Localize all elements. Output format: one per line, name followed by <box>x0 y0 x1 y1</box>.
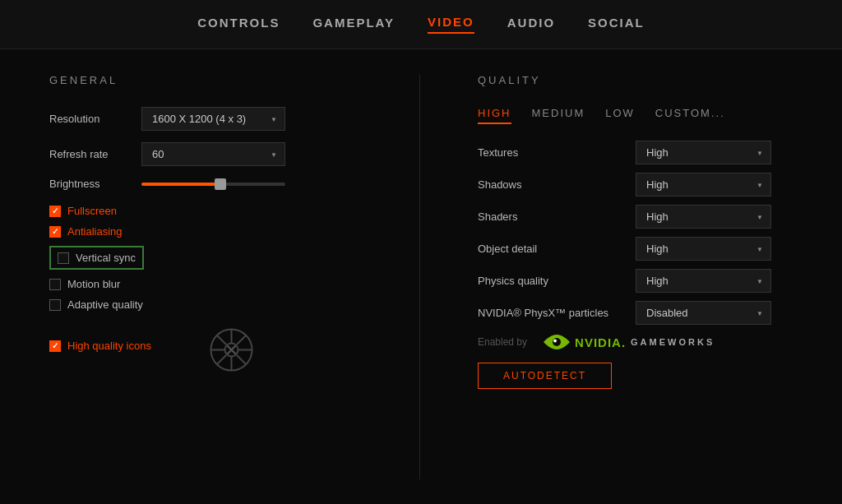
fullscreen-checkbox[interactable] <box>49 206 61 217</box>
physicsquality-select-wrapper: High <box>636 269 771 293</box>
general-panel: GENERAL Resolution 1600 X 1200 (4 x 3) R… <box>49 74 362 479</box>
shaders-select-wrapper: High <box>636 205 771 229</box>
vsync-label: Vertical sync <box>76 252 136 264</box>
quality-tabs: HIGH MEDIUM LOW CUSTOM... <box>478 107 793 124</box>
textures-select[interactable]: High <box>636 141 771 164</box>
physx-select-wrapper: Disabled <box>636 301 771 325</box>
objectdetail-label: Object detail <box>478 243 626 255</box>
brightness-slider-track[interactable] <box>141 183 285 186</box>
highquality-row-container: High quality icons <box>49 319 362 372</box>
main-content: GENERAL Resolution 1600 X 1200 (4 x 3) R… <box>0 49 842 504</box>
refresh-select[interactable]: 60 <box>141 142 285 166</box>
svg-line-9 <box>216 355 226 365</box>
nav-social[interactable]: SOCIAL <box>588 16 645 33</box>
antialiasing-label: Antialiasing <box>67 225 123 238</box>
svg-point-12 <box>553 338 561 346</box>
nav-controls[interactable]: CONTROLS <box>197 16 280 33</box>
objectdetail-select[interactable]: High <box>636 237 771 261</box>
objectdetail-select-wrapper: High <box>636 237 771 261</box>
textures-select-wrapper: High <box>636 141 771 164</box>
motionblur-row[interactable]: Motion blur <box>49 278 362 290</box>
refresh-select-wrapper: 60 <box>141 142 285 166</box>
shadows-row: Shadows High <box>478 173 793 197</box>
general-title: GENERAL <box>49 74 362 86</box>
svg-point-13 <box>553 340 557 343</box>
physicsquality-label: Physics quality <box>478 275 626 287</box>
antialiasing-checkbox[interactable] <box>49 226 61 238</box>
nav-audio[interactable]: AUDIO <box>507 16 555 33</box>
fullscreen-row[interactable]: Fullscreen <box>49 205 362 217</box>
highquality-row[interactable]: High quality icons <box>49 340 151 352</box>
svg-line-7 <box>237 355 247 365</box>
adaptivequality-label: Adaptive quality <box>67 298 143 311</box>
brightness-slider-thumb[interactable] <box>215 178 226 190</box>
nav-gameplay[interactable]: GAMEPLAY <box>312 16 395 33</box>
nvidia-eye-icon <box>544 333 570 351</box>
resolution-row: Resolution 1600 X 1200 (4 x 3) <box>49 107 362 131</box>
physicsquality-row: Physics quality High <box>478 269 793 293</box>
nvidia-text: NVIDIA. <box>575 335 626 349</box>
nvidia-section: Enabled by NVIDIA. GAMEWORKS <box>478 333 793 351</box>
svg-line-8 <box>237 335 247 345</box>
physx-row: NVIDIA® PhysX™ particles Disabled <box>478 301 793 325</box>
shaders-row: Shaders High <box>478 205 793 229</box>
brightness-slider-fill <box>141 183 220 186</box>
tab-custom[interactable]: CUSTOM... <box>655 107 725 124</box>
wheel-icon <box>209 327 254 372</box>
vsync-row[interactable]: Vertical sync <box>49 246 144 270</box>
enabled-by-text: Enabled by <box>478 336 527 348</box>
resolution-label: Resolution <box>49 113 132 125</box>
nav-video[interactable]: VIDEO <box>428 15 474 34</box>
resolution-select-wrapper: 1600 X 1200 (4 x 3) <box>141 107 285 131</box>
shadows-select[interactable]: High <box>636 173 771 197</box>
brightness-row: Brightness <box>49 178 362 190</box>
gameworks-text: GAMEWORKS <box>631 337 715 347</box>
physx-label: NVIDIA® PhysX™ particles <box>478 307 626 319</box>
physicsquality-select[interactable]: High <box>636 269 771 293</box>
physx-select[interactable]: Disabled <box>636 301 771 325</box>
resolution-select[interactable]: 1600 X 1200 (4 x 3) <box>141 107 285 131</box>
antialiasing-row[interactable]: Antialiasing <box>49 225 362 238</box>
motionblur-checkbox[interactable] <box>49 279 61 290</box>
nvidia-logo: NVIDIA. GAMEWORKS <box>544 333 715 351</box>
shadows-label: Shadows <box>478 178 626 191</box>
vsync-checkbox[interactable] <box>58 252 69 264</box>
refresh-row: Refresh rate 60 <box>49 142 362 166</box>
brightness-label: Brightness <box>49 178 132 190</box>
highquality-checkbox[interactable] <box>49 340 61 352</box>
adaptivequality-checkbox[interactable] <box>49 299 61 311</box>
svg-line-6 <box>216 335 226 345</box>
fullscreen-label: Fullscreen <box>67 205 117 217</box>
tab-high[interactable]: HIGH <box>478 107 511 124</box>
tab-medium[interactable]: MEDIUM <box>532 107 585 124</box>
highquality-label: High quality icons <box>67 340 151 352</box>
motionblur-label: Motion blur <box>67 278 120 290</box>
top-navigation: CONTROLS GAMEPLAY VIDEO AUDIO SOCIAL <box>0 0 842 49</box>
adaptivequality-row[interactable]: Adaptive quality <box>49 298 362 311</box>
objectdetail-row: Object detail High <box>478 237 793 261</box>
shadows-select-wrapper: High <box>636 173 771 197</box>
textures-row: Textures High <box>478 141 793 164</box>
vertical-divider <box>419 74 420 479</box>
textures-label: Textures <box>478 146 626 159</box>
quality-title: QUALITY <box>478 74 793 86</box>
shaders-select[interactable]: High <box>636 205 771 229</box>
autodetect-button[interactable]: AUTODETECT <box>478 363 612 389</box>
quality-panel: QUALITY HIGH MEDIUM LOW CUSTOM... Textur… <box>478 74 793 479</box>
refresh-label: Refresh rate <box>49 148 132 160</box>
tab-low[interactable]: LOW <box>605 107 635 124</box>
shaders-label: Shaders <box>478 210 626 223</box>
